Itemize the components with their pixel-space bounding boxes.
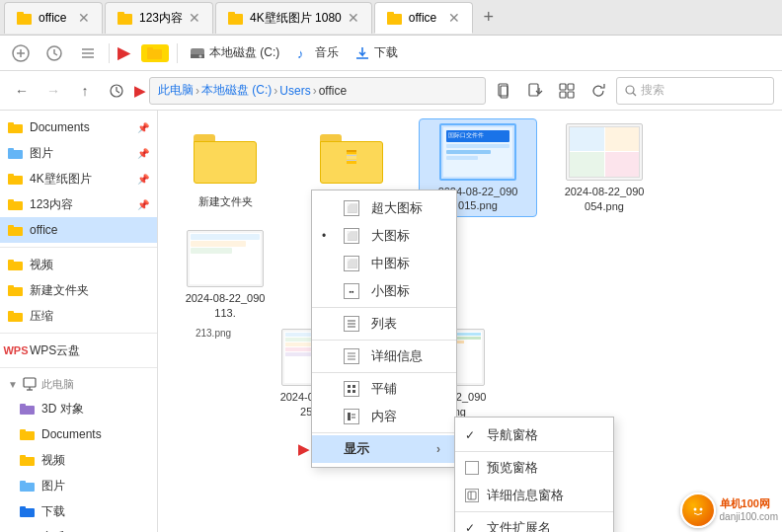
sidebar-item-docs-pc[interactable]: Documents	[0, 421, 157, 447]
submenu-item-details-pane[interactable]: 详细信息窗格	[455, 482, 613, 509]
tab-folder-icon-3	[228, 10, 244, 26]
sidebar-download-icon	[20, 503, 36, 519]
menu-item-details[interactable]: 详细信息	[312, 342, 456, 370]
menu-label-details: 详细信息	[371, 347, 423, 365]
view-toggle-button[interactable]	[553, 77, 581, 105]
tab-office-4[interactable]: office ✕	[374, 2, 473, 34]
sidebar-item-videos-pc[interactable]: 视频	[0, 447, 157, 473]
tab-close-2[interactable]: ✕	[189, 10, 200, 26]
search-placeholder: 搜索	[641, 82, 665, 99]
sidebar-label-123: 123内容	[30, 196, 131, 213]
watermark-face	[688, 500, 708, 520]
toolbar-local-disk[interactable]: 本地磁盘 (C:)	[186, 42, 283, 63]
submenu-item-nav-pane[interactable]: ✓ 导航窗格	[455, 421, 613, 449]
show-arrow-indicator: ▶	[298, 441, 309, 457]
submenu-label-nav-pane: 导航窗格	[487, 426, 538, 444]
toolbar-new-button[interactable]	[8, 42, 34, 64]
menu-item-list[interactable]: 列表	[312, 310, 456, 338]
menu-item-medium[interactable]: ⬜ 中图标	[312, 250, 456, 277]
file-area: 新建文件夹	[158, 111, 782, 532]
tab-123[interactable]: 123内容 ✕	[105, 2, 213, 34]
sidebar-item-3d[interactable]: 3D 对象	[0, 396, 157, 421]
img-thumb-2	[565, 122, 644, 181]
svg-rect-71	[352, 390, 355, 393]
svg-rect-44	[8, 260, 14, 264]
local-disk-label: 本地磁盘 (C:)	[209, 44, 279, 61]
sidebar-item-wps[interactable]: WPS WPS云盘	[0, 338, 157, 363]
path-part-1[interactable]: 此电脑	[158, 82, 194, 99]
watermark-site-name: 单机100网	[720, 497, 778, 510]
menu-divider-2	[312, 340, 456, 341]
sidebar-divider-2	[0, 333, 157, 334]
path-part-3[interactable]: Users	[279, 84, 310, 98]
sidebar-item-download-pc[interactable]: 下载	[0, 498, 157, 524]
file-item-img2[interactable]: 2024-08-22_090054.png	[545, 118, 664, 217]
sidebar-item-4k[interactable]: 4K壁纸图片 📌	[0, 166, 157, 191]
file-item-newfolder[interactable]: 新建文件夹	[166, 118, 284, 217]
up-button[interactable]: ↑	[71, 77, 99, 105]
path-part-2[interactable]: 本地磁盘 (C:)	[201, 82, 272, 99]
sidebar-item-documents[interactable]: Documents 📌	[0, 114, 157, 140]
toolbar-music[interactable]: ♪ 音乐	[291, 42, 343, 63]
toolbar-recent-button[interactable]	[41, 42, 67, 64]
menu-item-content[interactable]: 内容	[312, 403, 456, 430]
recent-button[interactable]	[103, 77, 130, 105]
menu-label-show: 显示	[344, 440, 369, 458]
menu-item-show[interactable]: ▶ 显示 ›	[312, 435, 456, 463]
svg-rect-68	[348, 385, 351, 388]
quick-access-toolbar: ▶ 本地磁盘 (C:) ♪ 音乐 下载	[0, 36, 782, 71]
tab-office-1[interactable]: office ✕	[4, 2, 103, 34]
img-thumb-1: 国际口交件件	[438, 123, 517, 181]
menu-item-extra-large[interactable]: ⬜ 超大图标	[312, 194, 456, 222]
menu-label-large: 大图标	[371, 227, 410, 245]
address-bar[interactable]: 此电脑 › 本地磁盘 (C:) › Users › office	[149, 77, 486, 105]
toolbar-download[interactable]: 下载	[351, 42, 402, 63]
view-icon-list	[344, 316, 359, 332]
file-item-img3[interactable]: 2024-08-22_090113.	[166, 225, 284, 324]
menu-item-large[interactable]: • ⬜ 大图标	[312, 222, 456, 250]
sidebar-item-pics-pc[interactable]: 图片	[0, 473, 157, 498]
svg-rect-29	[560, 92, 566, 98]
sidebar-label-office: office	[30, 223, 149, 237]
breadcrumb-folder[interactable]	[141, 44, 169, 62]
view-icon-small: ▪▪	[344, 283, 359, 299]
menu-item-small[interactable]: ▪▪ 小图标	[312, 277, 456, 305]
file-name-newfolder: 新建文件夹	[198, 194, 253, 208]
sidebar-item-zip[interactable]: 压缩	[0, 303, 157, 329]
watermark-text-block: 单机100网 danji100.com	[720, 497, 778, 522]
submenu-item-preview-pane[interactable]: 预览窗格	[455, 454, 613, 482]
sidebar-label-4k: 4K壁纸图片	[30, 171, 131, 188]
tab-close-4[interactable]: ✕	[448, 10, 460, 26]
view-icon-details	[344, 348, 359, 364]
search-bar[interactable]: 搜索	[616, 77, 774, 105]
toolbar-sep-2	[177, 43, 178, 63]
sidebar-folder-icon-4k	[8, 171, 24, 187]
tab-4k[interactable]: 4K壁纸图片 1080 ✕	[215, 2, 372, 34]
forward-button[interactable]: →	[39, 77, 67, 105]
sidebar-item-pictures[interactable]: 图片 📌	[0, 140, 157, 166]
bullet-large: •	[322, 229, 326, 243]
svg-line-32	[633, 93, 636, 96]
tab-close-1[interactable]: ✕	[78, 10, 90, 26]
submenu-item-file-ext[interactable]: ✓ 文件扩展名	[455, 514, 613, 532]
path-sep-3: ›	[313, 84, 317, 98]
sidebar-label-docs-pc: Documents	[41, 427, 149, 441]
sidebar-item-videos-1[interactable]: 视频	[0, 252, 157, 277]
watermark-url: danji100.com	[720, 511, 778, 523]
sidebar-section-thispc[interactable]: ▼ 此电脑	[0, 372, 157, 396]
sidebar-item-office[interactable]: office	[0, 217, 157, 243]
toolbar-view-menu-button[interactable]	[75, 42, 101, 64]
menu-item-tiles[interactable]: 平铺	[312, 375, 456, 403]
tab-close-3[interactable]: ✕	[348, 10, 359, 26]
submenu-label-file-ext: 文件扩展名	[487, 519, 551, 532]
sidebar-item-newfolder[interactable]: 新建文件夹	[0, 277, 157, 303]
copy-path-button[interactable]	[490, 77, 517, 105]
sidebar-item-music-pc[interactable]: ♪ 音乐	[0, 524, 157, 532]
new-tab-button[interactable]: +	[475, 4, 503, 32]
move-button[interactable]	[521, 77, 549, 105]
view-icon-tiles	[344, 381, 359, 397]
sidebar-item-123[interactable]: 123内容 📌	[0, 191, 157, 217]
refresh-button[interactable]	[585, 77, 612, 105]
pin-icon-4k: 📌	[137, 174, 149, 185]
back-button[interactable]: ←	[8, 77, 36, 105]
